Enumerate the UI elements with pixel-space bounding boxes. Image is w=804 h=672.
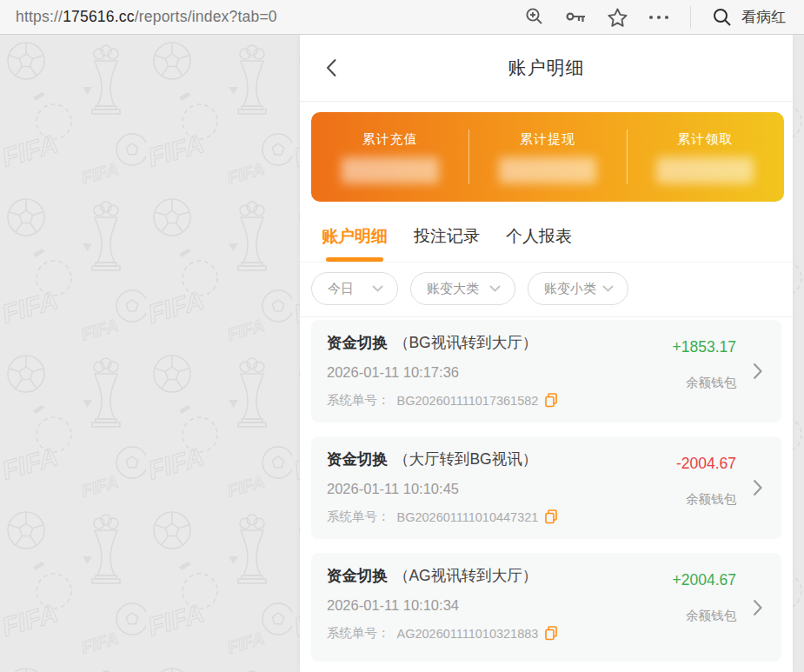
chevron-right-icon[interactable] xyxy=(753,599,762,616)
ellipsis-icon[interactable] xyxy=(648,15,669,20)
chevron-left-icon xyxy=(326,58,337,77)
transaction-order-row: 系统单号：BG202601111017361582 xyxy=(327,392,698,409)
wallet-label: 余额钱包 xyxy=(673,608,736,624)
tab-account-detail[interactable]: 账户明细 xyxy=(322,225,388,262)
wallet-label: 余额钱包 xyxy=(676,491,736,508)
transaction-amount: +2004.67 xyxy=(673,571,736,589)
quick-search-box[interactable]: 看病红 xyxy=(712,7,792,28)
masked-value xyxy=(656,157,754,183)
transaction-amount: +1853.17 xyxy=(673,338,736,356)
search-query-text: 看病红 xyxy=(741,7,786,27)
filter-major-type-dropdown[interactable]: 账变大类 xyxy=(410,272,515,305)
transaction-type: 资金切换 xyxy=(327,567,388,584)
summary-total-withdraw: 累计提现 xyxy=(468,112,626,202)
filter-bar: 今日 账变大类 账变小类 xyxy=(300,263,793,317)
tab-label: 投注记录 xyxy=(414,227,480,245)
transaction-detail: （AG视讯转到大厅） xyxy=(394,567,537,584)
search-icon xyxy=(712,7,733,28)
back-button[interactable] xyxy=(319,35,344,101)
summary-label: 累计领取 xyxy=(677,131,733,148)
url-path: /reports/index?tab=0 xyxy=(135,8,277,25)
order-label: 系统单号： xyxy=(327,509,390,525)
summary-card: 累计充值 累计提现 累计领取 xyxy=(311,112,784,202)
copy-icon[interactable] xyxy=(545,626,557,641)
transaction-list: 资金切换 （BG视讯转到大厅） 2026-01-11 10:17:36 系统单号… xyxy=(300,317,793,662)
amount-block: +1853.17 余额钱包 xyxy=(673,338,736,391)
amount-block: -2004.67 余额钱包 xyxy=(676,455,736,508)
transaction-amount: -2004.67 xyxy=(676,455,736,473)
summary-total-claimed: 累计领取 xyxy=(627,112,784,202)
transaction-title: 资金切换 （大厅转到BG视讯） xyxy=(327,449,698,469)
tab-label: 账户明细 xyxy=(322,227,388,245)
order-number: AG202601111010321883 xyxy=(397,627,539,641)
active-tab-indicator xyxy=(326,257,383,262)
address-bar[interactable]: https://175616.cc/reports/index?tab=0 xyxy=(0,8,525,26)
masked-value xyxy=(342,157,439,183)
transaction-datetime: 2026-01-11 10:17:36 xyxy=(327,364,698,381)
tab-label: 个人报表 xyxy=(506,227,572,245)
tab-bar: 账户明细 投注记录 个人报表 xyxy=(300,202,793,262)
chevron-down-icon xyxy=(602,285,614,292)
zoom-in-icon[interactable] xyxy=(525,7,545,27)
filter-minor-type-dropdown[interactable]: 账变小类 xyxy=(528,272,628,305)
page-title: 账户明细 xyxy=(508,56,585,80)
filter-date-dropdown[interactable]: 今日 xyxy=(311,272,398,305)
filter-label: 账变大类 xyxy=(427,281,479,297)
tab-personal-report[interactable]: 个人报表 xyxy=(506,225,572,262)
url-scheme: https:// xyxy=(16,8,63,25)
transaction-row[interactable]: 资金切换 （AG视讯转到大厅） 2026-01-11 10:10:34 系统单号… xyxy=(311,553,781,662)
filter-label: 今日 xyxy=(328,281,354,297)
toolbar-icons: 看病红 xyxy=(525,6,804,29)
summary-label: 累计充值 xyxy=(362,131,418,148)
amount-block: +2004.67 余额钱包 xyxy=(673,571,736,624)
key-icon[interactable] xyxy=(566,10,587,24)
transaction-title: 资金切换 （BG视讯转到大厅） xyxy=(327,332,698,353)
tab-bet-records[interactable]: 投注记录 xyxy=(414,225,480,262)
transaction-row[interactable]: 资金切换 （大厅转到BG视讯） 2026-01-11 10:10:45 系统单号… xyxy=(311,436,781,539)
page-header: 账户明细 xyxy=(300,35,793,102)
copy-icon[interactable] xyxy=(545,509,557,524)
transaction-datetime: 2026-01-11 10:10:34 xyxy=(327,597,698,614)
transaction-type: 资金切换 xyxy=(327,334,388,351)
masked-value xyxy=(499,157,596,183)
chevron-down-icon xyxy=(489,285,501,292)
url-domain: 175616.cc xyxy=(63,8,135,25)
chevron-right-icon[interactable] xyxy=(753,363,762,380)
toolbar-divider xyxy=(690,6,691,29)
copy-icon[interactable] xyxy=(545,393,557,408)
transaction-type: 资金切换 xyxy=(327,450,388,468)
chevron-right-icon[interactable] xyxy=(753,479,762,496)
order-label: 系统单号： xyxy=(327,392,390,409)
order-label: 系统单号： xyxy=(327,625,390,642)
summary-label: 累计提现 xyxy=(520,131,575,148)
chevron-down-icon xyxy=(372,285,383,292)
browser-toolbar: https://175616.cc/reports/index?tab=0 xyxy=(0,0,804,35)
order-number: BG202601111010447321 xyxy=(397,510,539,524)
star-icon[interactable] xyxy=(608,8,628,27)
transaction-detail: （BG视讯转到大厅） xyxy=(394,334,537,351)
transaction-order-row: 系统单号：BG202601111010447321 xyxy=(327,509,698,525)
transaction-title: 资金切换 （AG视讯转到大厅） xyxy=(327,565,698,586)
mobile-page: 账户明细 累计充值 累计提现 累计领取 账户明细 投注记录 个人报表 今日 xyxy=(300,35,793,672)
wallet-label: 余额钱包 xyxy=(673,375,736,391)
transaction-order-row: 系统单号：AG202601111010321883 xyxy=(327,625,698,642)
transaction-detail: （大厅转到BG视讯） xyxy=(394,450,537,468)
summary-total-deposit: 累计充值 xyxy=(311,112,468,202)
transaction-datetime: 2026-01-11 10:10:45 xyxy=(327,481,698,497)
transaction-row[interactable]: 资金切换 （BG视讯转到大厅） 2026-01-11 10:17:36 系统单号… xyxy=(311,320,781,422)
order-number: BG202601111017361582 xyxy=(397,394,539,408)
filter-label: 账变小类 xyxy=(544,281,596,297)
